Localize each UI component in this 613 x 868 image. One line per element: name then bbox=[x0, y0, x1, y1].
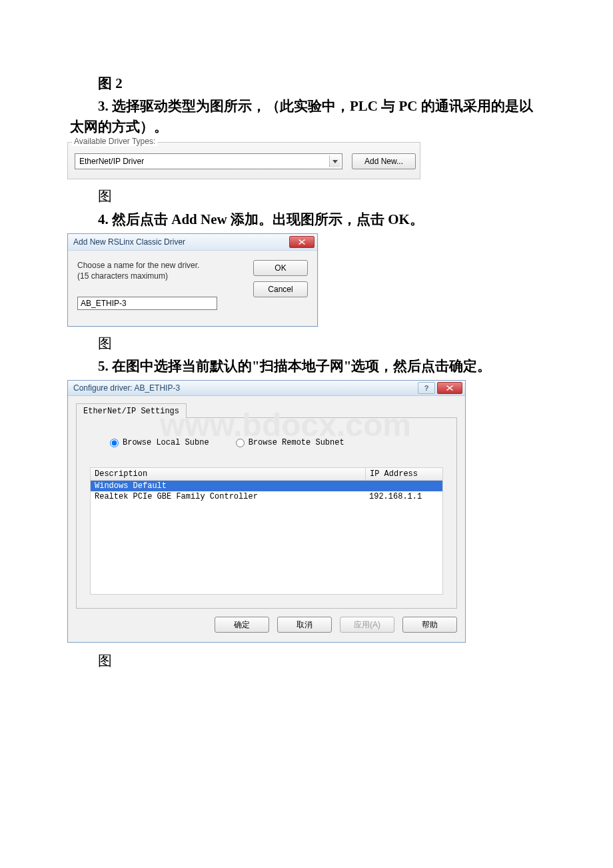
radio-local-input[interactable] bbox=[110, 439, 119, 447]
apply-button[interactable]: 应用(A) bbox=[340, 617, 394, 633]
close-icon[interactable] bbox=[437, 382, 462, 394]
config-title-text: Configure driver: AB_ETHIP-3 bbox=[73, 383, 180, 393]
caption-fig-c: 图 bbox=[70, 651, 543, 671]
step-5-text: 5. 在图中选择当前默认的"扫描本地子网"选项，然后点击确定。 bbox=[70, 356, 543, 376]
adapter-list[interactable]: Windows Default Realtek PCIe GBE Family … bbox=[90, 481, 443, 595]
config-titlebar: Configure driver: AB_ETHIP-3 ? bbox=[68, 381, 465, 396]
driver-name-input[interactable] bbox=[77, 297, 217, 310]
driver-type-combobox[interactable]: EtherNet/IP Driver bbox=[75, 153, 342, 169]
step-3-text: 3. 选择驱动类型为图所示，（此实验中，PLC 与 PC 的通讯采用的是以太网的… bbox=[70, 96, 543, 137]
cancel-button[interactable]: 取消 bbox=[277, 617, 332, 633]
radio-local-label: Browse Local Subne bbox=[123, 438, 209, 447]
radio-browse-remote[interactable]: Browse Remote Subnet bbox=[236, 438, 344, 447]
caption-fig-a: 图 bbox=[70, 186, 543, 206]
tab-panel: Browse Local Subne Browse Remote Subnet … bbox=[76, 417, 457, 609]
caption-fig2: 图 2 bbox=[70, 73, 543, 93]
driver-types-groupbox: Available Driver Types: EtherNet/IP Driv… bbox=[67, 142, 420, 179]
close-icon[interactable] bbox=[289, 236, 314, 248]
list-item-ip bbox=[365, 481, 442, 491]
add-new-driver-dialog: Add New RSLinx Classic Driver Choose a n… bbox=[67, 233, 318, 326]
add-new-instruction: Choose a name for the new driver. (15 ch… bbox=[77, 260, 241, 281]
col-description[interactable]: Description bbox=[91, 468, 366, 480]
configure-driver-dialog: Configure driver: AB_ETHIP-3 ? EtherNet/… bbox=[67, 380, 466, 643]
radio-browse-local[interactable]: Browse Local Subne bbox=[110, 438, 209, 447]
list-item[interactable]: Realtek PCIe GBE Family Controller 192.1… bbox=[91, 491, 442, 502]
ok-button[interactable]: OK bbox=[253, 260, 308, 276]
list-item-desc: Windows Default bbox=[91, 481, 365, 491]
step-4-text: 4. 然后点击 Add New 添加。出现图所示，点击 OK。 bbox=[70, 209, 543, 229]
add-new-title-text: Add New RSLinx Classic Driver bbox=[73, 237, 185, 247]
driver-type-selected: EtherNet/IP Driver bbox=[79, 157, 144, 166]
list-item[interactable]: Windows Default bbox=[91, 481, 442, 491]
dropdown-arrow-icon[interactable] bbox=[329, 155, 340, 167]
list-header: Description IP Address bbox=[90, 467, 443, 481]
list-item-desc: Realtek PCIe GBE Family Controller bbox=[91, 491, 365, 502]
radio-remote-input[interactable] bbox=[236, 439, 245, 447]
list-item-ip: 192.168.1.1 bbox=[365, 491, 442, 502]
help-icon[interactable]: ? bbox=[418, 382, 435, 394]
help-button[interactable]: 帮助 bbox=[402, 617, 457, 633]
radio-remote-label: Browse Remote Subnet bbox=[249, 438, 344, 447]
ok-button[interactable]: 确定 bbox=[215, 617, 269, 633]
add-new-button[interactable]: Add New... bbox=[352, 153, 416, 169]
add-new-titlebar: Add New RSLinx Classic Driver bbox=[68, 234, 317, 251]
cancel-button[interactable]: Cancel bbox=[253, 281, 308, 297]
tab-ethernet-ip-settings[interactable]: EtherNet/IP Settings bbox=[76, 403, 187, 418]
caption-fig-b: 图 bbox=[70, 333, 543, 353]
driver-types-legend: Available Driver Types: bbox=[72, 137, 157, 146]
col-ip-address[interactable]: IP Address bbox=[366, 468, 442, 480]
